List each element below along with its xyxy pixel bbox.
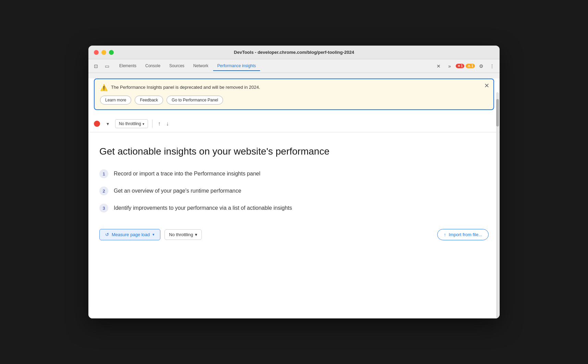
minimize-button[interactable] [101, 50, 106, 55]
more-options-icon[interactable]: ⋮ [487, 61, 497, 71]
toolbar-separator [152, 120, 152, 128]
step-text-3: Identify improvements to your performanc… [114, 205, 292, 211]
list-item: 3 Identify improvements to your performa… [99, 204, 489, 213]
measure-page-load-button[interactable]: ↺ Measure page load ▾ [99, 229, 160, 240]
step-number-1: 1 [99, 169, 108, 178]
record-button[interactable] [94, 121, 100, 127]
more-tabs-icon[interactable]: » [445, 61, 454, 71]
tab-console[interactable]: Console [141, 61, 164, 71]
window-title: DevTools - developer.chrome.com/blog/per… [234, 50, 354, 55]
action-bar: ↺ Measure page load ▾ No throttling ▾ ↑ … [99, 229, 489, 240]
device-icon[interactable]: ▭ [102, 61, 112, 71]
banner-message-text: The Performance Insights panel is deprec… [111, 84, 260, 91]
banner-warning-icon: ⚠️ [100, 84, 108, 92]
devtools-tab-bar: ⊡ ▭ Elements Console Sources Network Per… [88, 59, 500, 73]
step-number-2: 2 [99, 186, 108, 195]
measure-dropdown-icon: ▾ [152, 232, 155, 237]
warning-icon: ⚠ [467, 64, 470, 68]
upload-icon[interactable]: ↑ [157, 119, 162, 128]
error-badge: ✕ 1 [456, 64, 465, 68]
inspect-icon[interactable]: ⊡ [91, 61, 101, 71]
close-button[interactable] [94, 50, 99, 55]
list-item: 2 Get an overview of your page's runtime… [99, 186, 489, 195]
error-icon: ✕ [457, 64, 460, 68]
settings-icon[interactable]: ⚙ [476, 61, 486, 71]
step-number-3: 3 [99, 204, 108, 213]
main-title: Get actionable insights on your website'… [99, 146, 489, 157]
download-icon[interactable]: ↓ [165, 119, 170, 128]
throttling-value: No throttling [119, 121, 141, 126]
close-banner-button[interactable]: ✕ [484, 83, 489, 89]
measure-label: Measure page load [112, 232, 150, 237]
throttle-select-arrow-icon: ▾ [195, 232, 197, 237]
deprecation-banner: ⚠️ The Performance Insights panel is dep… [94, 78, 494, 110]
tab-elements[interactable]: Elements [115, 61, 140, 71]
warning-badge: ⚠ 1 [466, 64, 475, 68]
scrollbar[interactable] [496, 92, 499, 318]
throttling-arrow-icon: ▾ [143, 122, 144, 126]
import-from-file-button[interactable]: ↑ Import from file... [437, 229, 489, 240]
feedback-button[interactable]: Feedback [135, 96, 163, 105]
throttling-dropdown[interactable]: No throttling ▾ [115, 119, 148, 128]
record-dropdown-icon[interactable]: ▾ [103, 119, 112, 129]
import-label: Import from file... [449, 232, 482, 237]
scrollbar-thumb[interactable] [496, 99, 499, 126]
throttle-select-dropdown[interactable]: No throttling ▾ [164, 229, 202, 240]
list-item: 1 Record or import a trace into the Perf… [99, 169, 489, 178]
tab-network[interactable]: Network [189, 61, 212, 71]
toolbar: ▾ No throttling ▾ ↑ ↓ [88, 116, 500, 132]
step-text-2: Get an overview of your page's runtime p… [114, 188, 241, 194]
tab-performance-insights[interactable]: Performance insights [213, 61, 260, 71]
close-panel-icon[interactable]: ✕ [434, 61, 443, 71]
step-text-1: Record or import a trace into the Perfor… [114, 171, 260, 177]
refresh-icon: ↺ [105, 232, 109, 237]
main-content: Get actionable insights on your website'… [88, 132, 500, 254]
import-icon: ↑ [444, 232, 446, 237]
go-to-performance-button[interactable]: Go to Performance Panel [167, 96, 223, 105]
maximize-button[interactable] [109, 50, 114, 55]
throttle-select-value: No throttling [169, 232, 193, 237]
steps-list: 1 Record or import a trace into the Perf… [99, 169, 489, 213]
tab-sources[interactable]: Sources [165, 61, 188, 71]
learn-more-button[interactable]: Learn more [100, 96, 131, 105]
